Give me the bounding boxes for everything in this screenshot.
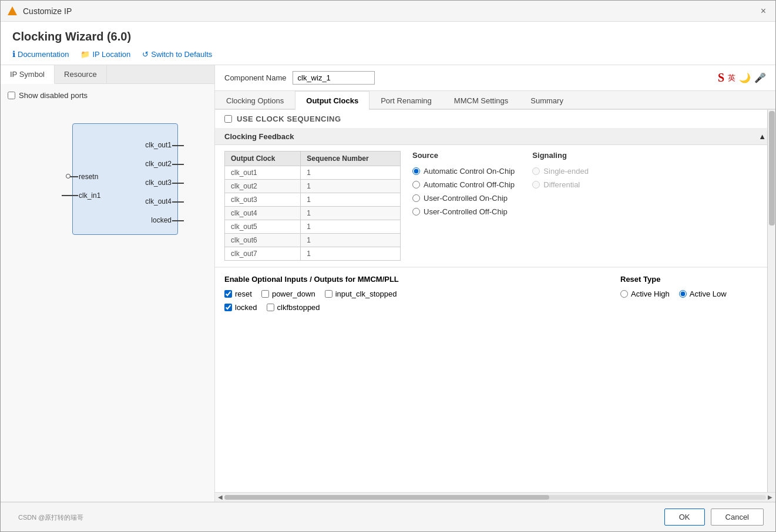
cell-seq-number: 1: [301, 207, 401, 220]
opt-reset: reset: [224, 289, 252, 298]
signaling-radio-differential[interactable]: [532, 181, 540, 188]
tab-ip-symbol[interactable]: IP Symbol: [1, 65, 55, 84]
opt-locked-label: locked: [235, 303, 257, 312]
show-disabled-ports-label: Show disabled ports: [19, 91, 88, 100]
opt-locked-checkbox[interactable]: [224, 304, 232, 311]
main-window: Customize IP × Clocking Wizard (6.0) ℹ D…: [0, 0, 776, 532]
reset-type-section: Reset Type Active High Active Low: [611, 267, 775, 324]
source-radio-auto-on-chip[interactable]: [412, 167, 420, 175]
opt-input-clk-stopped-checkbox[interactable]: [325, 290, 332, 298]
cell-clock-name: clk_out2: [225, 180, 301, 193]
tab-clocking-options[interactable]: Clocking Options: [215, 91, 295, 110]
show-disabled-ports-checkbox[interactable]: [8, 92, 15, 99]
source-title: Source: [412, 151, 515, 160]
watermark-text: CSDN @原打转的瑞哥: [12, 513, 89, 522]
port-locked-line: [172, 220, 184, 221]
table-row: clk_out5 1: [225, 220, 401, 234]
opt-reset-label: reset: [235, 289, 252, 298]
port-resetn-label: resetn: [79, 172, 98, 181]
clock-sequence-table: Output Clock Sequence Number clk_out1 1: [224, 151, 401, 261]
tabs-bar: Clocking Options Output Clocks Port Rena…: [215, 91, 775, 110]
cn-label: 英: [728, 73, 735, 83]
signaling-radio-single-ended[interactable]: [532, 167, 540, 175]
cell-clock-name: clk_out5: [225, 220, 301, 234]
reset-active-low-radio[interactable]: [679, 290, 687, 298]
vertical-scrollbar[interactable]: [767, 110, 775, 492]
opt-locked: locked: [224, 303, 257, 312]
scroll-thumb: [224, 495, 549, 500]
col-sequence-number: Sequence Number: [301, 151, 401, 166]
cell-seq-number: 1: [301, 166, 401, 180]
switch-defaults-link[interactable]: ↺ Switch to Defaults: [142, 50, 212, 59]
use-clock-seq-checkbox[interactable]: [224, 115, 232, 123]
clocking-feedback-header: Clocking Feedback ▲: [215, 129, 775, 145]
tab-mmcm-settings[interactable]: MMCM Settings: [443, 91, 519, 110]
documentation-link[interactable]: ℹ Documentation: [12, 49, 69, 59]
reset-active-high-radio[interactable]: [620, 290, 628, 298]
scroll-left-arrow[interactable]: ◀: [216, 493, 224, 501]
bottom-bar: CSDN @原打转的瑞哥 OK Cancel: [1, 501, 775, 531]
tab-output-clocks[interactable]: Output Clocks: [295, 91, 369, 110]
component-name-input[interactable]: [293, 71, 375, 85]
cell-clock-name: clk_out3: [225, 193, 301, 207]
optional-inputs-section: Enable Optional Inputs / Outputs for MMC…: [215, 267, 611, 324]
source-radio-user-on-chip[interactable]: [412, 194, 420, 202]
ok-button[interactable]: OK: [664, 509, 705, 526]
signaling-title: Signaling: [532, 151, 589, 160]
optional-inputs-title: Enable Optional Inputs / Outputs for MMC…: [224, 275, 602, 284]
cf-layout: Output Clock Sequence Number clk_out1 1: [224, 151, 766, 261]
opt-power-down-checkbox[interactable]: [261, 290, 269, 298]
signaling-col: Signaling Single-ended Differential: [532, 151, 589, 261]
tab-content-output-clocks: USE CLOCK SEQUENCING Clocking Feedback ▲: [215, 110, 775, 492]
source-radio-auto-off-chip[interactable]: [412, 181, 420, 188]
opt-clkfbstopped-label: clkfbstopped: [277, 303, 320, 312]
close-button[interactable]: ×: [757, 5, 770, 18]
ip-location-link[interactable]: 📁 IP Location: [80, 50, 130, 59]
titlebar-left: Customize IP: [6, 5, 72, 17]
clocking-feedback-content: Output Clock Sequence Number clk_out1 1: [215, 145, 775, 267]
opt-reset-checkbox[interactable]: [224, 290, 232, 298]
clocking-feedback-title: Clocking Feedback: [224, 132, 294, 141]
bottom-scrollbar[interactable]: ◀ ▶: [215, 492, 775, 501]
port-clk-out2-label: clk_out2: [145, 159, 172, 168]
opt-power-down-label: power_down: [272, 289, 315, 298]
brand-icons: S 英 🌙 🎤: [718, 71, 766, 85]
port-clk-out4-line: [172, 201, 184, 203]
optional-row-2: locked clkfbstopped: [224, 303, 602, 312]
port-clk-out1-label: clk_out1: [145, 140, 172, 149]
opt-clkfbstopped-checkbox[interactable]: [267, 304, 274, 311]
table-row: clk_out2 1: [225, 180, 401, 193]
right-panel: Component Name S 英 🌙 🎤 Clocking Options …: [215, 65, 775, 501]
table-row: clk_out1 1: [225, 166, 401, 180]
port-clk-out4-label: clk_out4: [145, 197, 172, 206]
header: Clocking Wizard (6.0) ℹ Documentation 📁 …: [1, 22, 775, 65]
port-clk-out3-line: [172, 183, 184, 184]
port-resetn-dot: [66, 174, 70, 179]
tab-port-renaming[interactable]: Port Renaming: [369, 91, 443, 110]
cell-seq-number: 1: [301, 234, 401, 247]
table-row: clk_out3 1: [225, 193, 401, 207]
tab-summary[interactable]: Summary: [519, 91, 575, 110]
collapse-icon[interactable]: ▲: [758, 132, 766, 141]
source-signaling-container: Source Automatic Control On-Chip Automat…: [412, 151, 766, 261]
tab-resource[interactable]: Resource: [55, 65, 107, 83]
cell-clock-name: clk_out1: [225, 166, 301, 180]
opt-clkfbstopped: clkfbstopped: [267, 303, 320, 312]
cancel-button[interactable]: Cancel: [711, 509, 764, 526]
clock-table-container: Output Clock Sequence Number clk_out1 1: [224, 151, 401, 261]
window-title: Customize IP: [23, 6, 72, 16]
reset-type-title: Reset Type: [620, 275, 766, 284]
show-disabled-row: Show disabled ports: [8, 91, 207, 100]
source-col: Source Automatic Control On-Chip Automat…: [412, 151, 515, 261]
optional-row-1: reset power_down input_clk_stopped: [224, 289, 602, 298]
cell-clock-name: clk_out6: [225, 234, 301, 247]
vertical-scroll-thumb: [769, 111, 775, 225]
port-clkin1-label: clk_in1: [79, 191, 100, 200]
source-radio-user-off-chip[interactable]: [412, 208, 420, 216]
main-content: IP Symbol Resource Show disabled ports: [1, 65, 775, 501]
scroll-track[interactable]: [224, 495, 766, 500]
signaling-radio-single: Single-ended: [532, 167, 589, 176]
scroll-right-arrow[interactable]: ▶: [766, 493, 774, 501]
source-user-off-chip-label: User-Controlled Off-Chip: [424, 207, 508, 216]
xilinx-logo-icon: [6, 5, 18, 17]
